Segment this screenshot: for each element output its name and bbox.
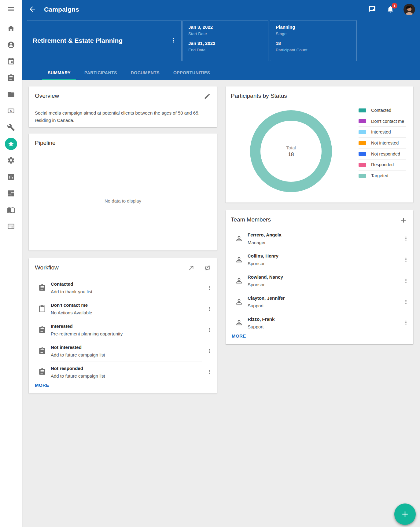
sidebar-item-directory[interactable] (0, 202, 22, 218)
home-icon (7, 24, 15, 32)
workflow-row-menu[interactable] (202, 277, 217, 298)
card-icon (7, 222, 15, 230)
sidebar-item-tools[interactable] (0, 119, 22, 136)
team-members-more-button[interactable]: MORE (232, 331, 249, 340)
tab-documents[interactable]: DOCUMENTS (125, 65, 165, 80)
page-header: Campaigns 1 Retirement & Estate Planning… (22, 0, 420, 80)
sidebar-item-calendar[interactable] (0, 53, 22, 70)
legend-swatch (359, 152, 366, 156)
wrench-icon (7, 123, 15, 131)
add-fab[interactable] (394, 503, 416, 525)
donut-center-label: Total (286, 145, 296, 150)
back-arrow-icon (28, 5, 36, 13)
person-icon (230, 270, 248, 291)
sidebar-item-tasks[interactable] (0, 70, 22, 86)
workflow-row-menu[interactable] (202, 319, 217, 340)
sidebar-item-home[interactable] (0, 20, 22, 37)
start-date: Jan 3, 2022 Start Date (188, 24, 263, 36)
team-member-menu[interactable] (399, 291, 413, 312)
app-bar-actions: 1 (367, 4, 415, 15)
sidebar-item-campaigns[interactable] (0, 136, 22, 152)
sidebar-item-contacts[interactable] (0, 37, 22, 53)
chart-legend: Contacted Don't contact me Interested No… (359, 105, 406, 181)
sidebar-item-billing[interactable] (0, 218, 22, 235)
team-member-menu[interactable] (399, 312, 413, 333)
legend-label: Contacted (371, 108, 391, 113)
workflow-row-menu[interactable] (202, 361, 217, 382)
kebab-icon (170, 37, 177, 44)
donut-chart: Total 18 (250, 110, 332, 192)
add-team-member-button[interactable] (400, 216, 407, 224)
chat-icon (368, 5, 376, 13)
team-member-name: Ferrero, Angela (248, 231, 399, 237)
tab-participants[interactable]: PARTICIPANTS (79, 65, 123, 80)
start-date-value: Jan 3, 2022 (188, 24, 263, 30)
team-members-title: Team Members (231, 216, 271, 223)
workflow-action: Add to thank-you list (51, 289, 202, 294)
calendar-icon (7, 57, 15, 65)
workflow-status: Interested (51, 323, 202, 329)
workflow-list: Contacted Add to thank-you list Don't co… (29, 277, 217, 382)
end-date: Jan 31, 2022 End Date (188, 41, 263, 52)
team-member-menu[interactable] (399, 249, 413, 270)
person-icon (230, 228, 248, 249)
stage-label: Stage (276, 31, 351, 36)
kebab-icon (207, 285, 213, 291)
workflow-action: Pre-retirement planning opportunity (51, 331, 202, 336)
menu-button[interactable] (7, 5, 15, 14)
sync-workflow-button[interactable] (204, 264, 212, 272)
sidebar-item-accounts[interactable] (0, 103, 22, 119)
legend-swatch (359, 141, 366, 145)
legend-swatch (359, 174, 366, 178)
workflow-row-menu[interactable] (202, 298, 217, 319)
team-member-name: Clayton, Jennifer (248, 295, 399, 301)
kebab-icon (207, 306, 213, 312)
campaign-menu-button[interactable] (167, 35, 179, 47)
sidebar (0, 0, 22, 527)
legend-swatch (359, 108, 366, 112)
team-member-name: Collins, Henry (248, 252, 399, 258)
sidebar-nav (0, 20, 22, 235)
tab-opportunities[interactable]: OPPORTUNITIES (168, 65, 216, 80)
sidebar-item-documents[interactable] (0, 86, 22, 103)
dashboard-icon (7, 189, 15, 197)
pipeline-card: Pipeline No data to display (29, 134, 217, 251)
workflow-row-body: Not interested Add to future campaign li… (51, 340, 202, 361)
legend-item: Not interested (359, 138, 406, 149)
team-member-menu[interactable] (399, 228, 413, 249)
sidebar-item-reports[interactable] (0, 169, 22, 185)
team-member-menu[interactable] (399, 270, 413, 291)
chat-button[interactable] (367, 5, 377, 14)
workflow-status: Not interested (51, 344, 202, 350)
sidebar-item-settings[interactable] (0, 152, 22, 169)
plus-icon (400, 510, 410, 519)
edit-overview-button[interactable] (203, 93, 211, 101)
team-member-role: Manager (248, 240, 399, 245)
legend-label: Not responded (371, 152, 400, 156)
legend-label: Don't contact me (371, 119, 404, 124)
sidebar-item-dashboard[interactable] (0, 185, 22, 202)
back-button[interactable] (28, 5, 37, 14)
legend-item: Responded (359, 159, 406, 170)
participants-chart-title: Participants by Status (231, 93, 287, 99)
open-workflow-button[interactable] (187, 264, 195, 272)
workflow-row: Interested Pre-retirement planning oppor… (29, 319, 217, 340)
sync-problem-icon (204, 265, 211, 271)
notifications-button[interactable]: 1 (386, 5, 395, 14)
tab-summary[interactable]: SUMMARY (42, 65, 76, 80)
workflow-status: Contacted (51, 280, 202, 287)
workflow-row-menu[interactable] (202, 340, 217, 361)
workflow-action: No Actions Available (51, 310, 202, 315)
overview-card: Overview Social media campaign aimed at … (29, 86, 217, 127)
workflow-more-button[interactable]: MORE (35, 381, 52, 390)
avatar[interactable] (403, 4, 415, 15)
team-member-row: Rowland, Nancy Sponsor (226, 270, 413, 291)
workflow-row-body: Not responded Add to future campaign lis… (51, 361, 202, 382)
team-member-role: Sponsor (248, 282, 399, 287)
assignment-icon (34, 340, 51, 361)
dollar-icon (7, 107, 15, 115)
kebab-icon (207, 369, 213, 375)
team-member-role: Support (248, 303, 399, 308)
workflow-row: Not interested Add to future campaign li… (29, 340, 217, 361)
launch-arrow-icon (188, 265, 195, 271)
